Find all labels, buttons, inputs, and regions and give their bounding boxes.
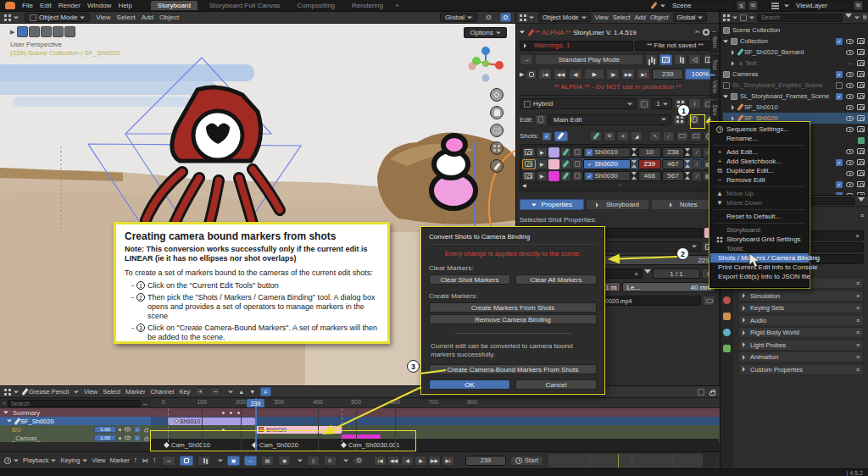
scene-pin-button[interactable]: S <box>737 1 746 10</box>
menu-channel[interactable]: Channel <box>150 388 174 396</box>
play-mode-arrow-button[interactable]: → <box>520 54 533 65</box>
menu-item-reset-default[interactable]: Reset to Default... <box>710 212 809 221</box>
transform-orientation-dropdown[interactable]: Global <box>673 13 708 22</box>
render-camera-icon[interactable] <box>857 38 865 44</box>
menu-keying[interactable]: Keying <box>60 457 87 464</box>
tab-rendering[interactable]: Rendering <box>347 1 388 10</box>
shot-row-sh0010[interactable]: ▶ ✓Sh0010 10 238 ∕ ∕ <box>522 147 713 158</box>
viewlayer-selector[interactable]: ViewLayer ⧉ <box>771 1 863 10</box>
move-shot-icon[interactable]: ↖ <box>649 131 661 141</box>
navigation-gizmo[interactable] <box>466 44 505 83</box>
blender-logo-icon[interactable] <box>5 2 15 9</box>
jump-keyframe-icons[interactable]: ⊺ ⋈ ⊺ <box>134 457 158 464</box>
include-checkbox[interactable]: ✓ <box>836 38 843 45</box>
lock-icon[interactable] <box>144 429 148 433</box>
menu-edit[interactable]: Edit <box>40 2 52 9</box>
menu-help[interactable]: Help <box>118 2 131 9</box>
warnings-button[interactable]: Warnings: 1 <box>520 41 633 51</box>
shot-extra-a-icon[interactable]: ∕ <box>692 171 702 181</box>
object-tab-icon[interactable] <box>723 313 731 320</box>
pan-hand-icon[interactable] <box>490 106 504 119</box>
current-frame-field[interactable]: 239 <box>465 456 506 466</box>
create-markers-from-shots-button[interactable]: Create Markers From Shots <box>429 302 597 313</box>
menu-item-export-json[interactable]: Export Edit(s) Info to JSON file <box>710 272 809 281</box>
viewlayer-copy-button[interactable]: ⧉ <box>854 1 863 10</box>
outliner-row-text[interactable]: aText — <box>723 58 868 69</box>
section-keying-sets[interactable]: Keying Sets≡ <box>738 302 864 313</box>
dopesheet-search-input[interactable] <box>8 400 141 407</box>
shot-draw-icon[interactable] <box>560 159 571 169</box>
levels-button[interactable]: ⊪ <box>324 456 337 466</box>
shot-name-cell[interactable]: ✓Sh0010 <box>583 147 630 158</box>
shot-storyboard-icon[interactable] <box>572 159 583 169</box>
menu-add[interactable]: Add <box>142 14 153 21</box>
shot-storyboard-icon[interactable] <box>572 147 583 158</box>
include-checkbox[interactable]: ✓ <box>836 71 843 78</box>
playhead-label[interactable]: 239 <box>247 399 264 407</box>
shot-start-cell[interactable]: 239 <box>638 159 661 169</box>
play-mode-button[interactable]: Standard Play Mode <box>535 54 643 65</box>
lock-icon[interactable] <box>709 391 715 396</box>
section-simulation[interactable]: Simulation≡ <box>738 291 864 302</box>
snap-button[interactable] <box>483 13 494 22</box>
frame-a-icon[interactable] <box>676 131 688 141</box>
render-camera-icon[interactable] <box>857 104 865 110</box>
menu-window[interactable]: Window <box>87 2 111 9</box>
shot-camera-icon[interactable] <box>522 147 536 158</box>
prev-key-button[interactable]: ◀◀ <box>387 456 400 466</box>
menu-render[interactable]: Render <box>58 2 81 9</box>
shot-color-swatch[interactable] <box>548 171 559 181</box>
menu-item-move-down[interactable]: ▼Move Down <box>710 198 809 208</box>
summary-row[interactable]: Summary <box>0 408 720 417</box>
hide-eye-icon[interactable] <box>846 105 854 110</box>
strip-sh0010[interactable]: Sh0010 <box>168 418 255 425</box>
dopesheet-mode-dropdown[interactable]: Grease Pencil <box>24 388 79 396</box>
menu-marker[interactable]: Marker <box>125 388 145 396</box>
menu-select[interactable]: Select <box>103 388 120 396</box>
select-all-shots-icon[interactable]: ✓ <box>541 131 553 141</box>
section-rigid-body[interactable]: Rigid Body World≡ <box>738 327 864 338</box>
tab-properties[interactable]: Properties <box>520 199 584 210</box>
stack-button[interactable]: ▤ <box>261 456 274 466</box>
keyset-button[interactable]: ▯ <box>307 456 320 466</box>
play-button[interactable]: ▶ <box>415 456 427 466</box>
scene-copy-button[interactable]: ⧉ <box>748 1 758 10</box>
shot-name-cell[interactable]: ✓Sh0030 <box>583 171 630 181</box>
menu-item-add-edit[interactable]: +Add Edit... <box>710 147 809 157</box>
hide-eye-icon[interactable] <box>846 94 854 99</box>
render-camera-icon[interactable] <box>857 71 865 77</box>
editor-type-button[interactable] <box>4 14 19 21</box>
render-camera-icon[interactable] <box>857 93 865 99</box>
tab-view[interactable]: View <box>710 76 720 97</box>
shot-camera-icon[interactable] <box>522 159 536 169</box>
mode-dropdown[interactable]: Object Mode <box>25 13 90 22</box>
menu-select[interactable]: Select <box>117 14 136 21</box>
menu-view[interactable]: View <box>92 457 105 464</box>
menu-select[interactable]: Select <box>613 14 631 21</box>
start-frame-field[interactable]: Start <box>510 456 543 466</box>
current-frame-field[interactable]: 239 <box>652 69 683 80</box>
tab-notes[interactable]: Notes <box>651 199 715 210</box>
render-camera-icon[interactable] <box>857 126 865 132</box>
outliner-row-bernard[interactable]: SF_Sh0020_Bernard <box>723 47 868 58</box>
hide-eye-icon[interactable] <box>125 436 131 440</box>
layer-opacity-field[interactable]: 1.00 <box>94 434 116 441</box>
object-channel-row[interactable]: SF_Sh0020 Sh0010 <box>0 417 720 425</box>
outliner-row-cameras[interactable]: Cameras ✓ <box>723 69 868 80</box>
outliner-filter-icon[interactable] <box>740 14 754 21</box>
marker-cam-sh0020[interactable]: Cam_Sh0020 <box>253 441 298 449</box>
shot-draw-icon[interactable] <box>560 147 571 158</box>
options-button[interactable]: Options <box>464 27 507 38</box>
menu-item-print-info[interactable]: Print Current Edit Info to Console <box>710 263 809 272</box>
eyedropper-icon[interactable]: ◢ <box>631 131 643 141</box>
clear-shot-markers-button[interactable]: Clear Shot Markers <box>429 274 510 285</box>
hide-eye-icon[interactable] <box>846 127 854 132</box>
jump-start-button[interactable]: |◀ <box>374 456 387 466</box>
select-lasso-tool-button[interactable] <box>53 26 64 37</box>
auto-keying-button[interactable]: → <box>162 456 175 466</box>
chart-icon[interactable] <box>645 54 658 65</box>
lens-field[interactable]: Le...40 mm <box>622 282 715 292</box>
menu-key[interactable]: Key <box>179 388 190 396</box>
outliner-row-collection[interactable]: Collection ✓ <box>723 36 868 47</box>
layer-checkbox[interactable]: ✓ <box>135 435 140 440</box>
